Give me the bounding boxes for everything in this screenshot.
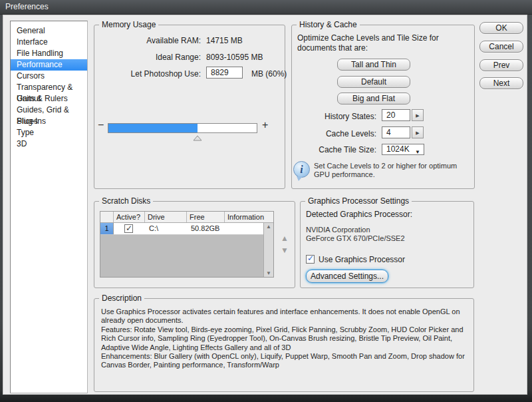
preferences-window: Preferences General Interface File Handl… bbox=[0, 0, 532, 402]
cache-intro-line2: documents that are: bbox=[297, 43, 368, 53]
use-gpu-checkbox[interactable]: ✓ bbox=[306, 255, 315, 264]
gpu-settings-group: Graphics Processor Settings Detected Gra… bbox=[300, 201, 474, 288]
cache-levels-spinner[interactable]: ▶ bbox=[412, 126, 424, 138]
description-paragraph: Use Graphics Processor activates certain… bbox=[101, 307, 469, 325]
default-button[interactable]: Default bbox=[337, 76, 410, 88]
slider-minus[interactable]: − bbox=[98, 119, 104, 131]
ok-button[interactable]: OK bbox=[479, 22, 523, 34]
checkmark-icon: ✓ bbox=[126, 223, 132, 234]
let-photoshop-use-suffix: MB (60%) bbox=[251, 69, 287, 79]
title-bar[interactable]: Preferences bbox=[0, 0, 532, 15]
description-title: Description bbox=[99, 294, 144, 303]
slider-plus[interactable]: + bbox=[262, 119, 268, 131]
history-cache-title: History & Cache bbox=[297, 20, 360, 29]
checkmark-icon: ✓ bbox=[307, 254, 314, 263]
gpu-cache-hint: Set Cache Levels to 2 or higher for opti… bbox=[314, 162, 468, 179]
sidebar-item-performance[interactable]: Performance bbox=[11, 59, 87, 71]
cell-active: ✓ bbox=[114, 223, 145, 234]
use-gpu-label: Use Graphics Processor bbox=[319, 255, 405, 264]
history-states-label: History States: bbox=[292, 112, 376, 121]
sidebar-item-type[interactable]: Type bbox=[11, 127, 87, 138]
let-photoshop-use-label: Let Photoshop Use: bbox=[94, 69, 201, 79]
scratch-disks-title: Scratch Disks bbox=[99, 196, 153, 206]
scratch-disks-table: Active? Drive Free Space Information 1 ✓… bbox=[100, 211, 274, 278]
memory-usage-group: Memory Usage Available RAM: 14715 MB Ide… bbox=[94, 25, 285, 189]
detected-gpu-label: Detected Graphics Processor: bbox=[306, 210, 412, 219]
cell-information bbox=[225, 223, 263, 234]
scratch-disk-checkbox[interactable]: ✓ bbox=[124, 224, 133, 233]
description-paragraph: Enhancements: Blur Gallery (with OpenCL … bbox=[101, 352, 469, 370]
let-photoshop-use-input[interactable] bbox=[206, 67, 243, 79]
sidebar-item-interface[interactable]: Interface bbox=[11, 37, 87, 48]
cell-drive: C:\ bbox=[145, 223, 187, 234]
scratch-disks-header: Active? Drive Free Space Information bbox=[100, 212, 273, 223]
header-row-number bbox=[100, 212, 114, 222]
window-title: Preferences bbox=[5, 2, 49, 11]
description-group: Description Use Graphics Processor activ… bbox=[94, 298, 474, 392]
history-states-input[interactable] bbox=[382, 109, 410, 121]
sidebar-item-cursors[interactable]: Cursors bbox=[11, 71, 87, 82]
cache-intro-line1: Optimize Cache Levels and Tile Size for bbox=[297, 33, 439, 43]
description-paragraph: Features: Rotate View tool, Birds-eye zo… bbox=[101, 325, 469, 352]
cache-tile-size-value: 1024K bbox=[386, 144, 410, 154]
cache-tile-size-label: Cache Tile Size: bbox=[292, 145, 376, 154]
description-text: Use Graphics Processor activates certain… bbox=[101, 307, 469, 370]
scroll-down-icon[interactable]: ▼ bbox=[264, 270, 273, 276]
right-arrow-icon: ▶ bbox=[416, 130, 419, 135]
header-active: Active? bbox=[114, 212, 145, 222]
scroll-up-icon[interactable]: ▲ bbox=[264, 224, 273, 230]
ideal-range-value: 8093-10595 MB bbox=[206, 53, 263, 62]
sidebar-item-file-handling[interactable]: File Handling bbox=[11, 48, 87, 59]
sidebar-item-3d[interactable]: 3D bbox=[11, 138, 87, 150]
cache-levels-label: Cache Levels: bbox=[292, 129, 376, 138]
move-up-icon[interactable]: ▲ bbox=[281, 234, 289, 243]
chevron-down-icon: ▼ bbox=[415, 147, 420, 157]
right-arrow-icon: ▶ bbox=[416, 113, 419, 118]
gpu-vendor: NVIDIA Corporation bbox=[306, 226, 370, 234]
history-cache-group: History & Cache Optimize Cache Levels an… bbox=[291, 25, 475, 189]
info-icon: i bbox=[293, 161, 310, 178]
info-icon-tail bbox=[297, 176, 303, 181]
sidebar-item-transparency-gamut[interactable]: Transparency & Gamut bbox=[11, 82, 87, 93]
table-scrollbar[interactable]: ▲ ▼ bbox=[263, 223, 273, 277]
ideal-range-label: Ideal Range: bbox=[94, 53, 201, 62]
next-button[interactable]: Next bbox=[479, 77, 523, 89]
sidebar-item-units-rulers[interactable]: Units & Rulers bbox=[11, 93, 87, 104]
big-and-flat-button[interactable]: Big and Flat bbox=[337, 93, 410, 104]
cache-tile-size-dropdown[interactable]: 1024K ▼ bbox=[382, 144, 424, 155]
gpu-settings-title: Graphics Processor Settings bbox=[305, 196, 412, 206]
prev-button[interactable]: Prev bbox=[479, 59, 523, 71]
cache-levels-input[interactable] bbox=[382, 126, 410, 138]
move-down-icon[interactable]: ▼ bbox=[281, 246, 289, 255]
sidebar-item-guides-grid-slices[interactable]: Guides, Grid & Slices bbox=[11, 104, 87, 116]
header-free-space: Free Space bbox=[187, 212, 225, 222]
history-states-spinner[interactable]: ▶ bbox=[412, 109, 424, 121]
header-drive: Drive bbox=[145, 212, 187, 222]
header-information: Information bbox=[225, 212, 273, 222]
memory-slider-fill bbox=[108, 124, 198, 132]
slider-thumb-icon bbox=[193, 135, 202, 141]
tall-and-thin-button[interactable]: Tall and Thin bbox=[337, 59, 410, 71]
available-ram-value: 14715 MB bbox=[206, 36, 243, 45]
cell-free-space: 50.82GB bbox=[187, 223, 225, 234]
cancel-button[interactable]: Cancel bbox=[479, 41, 523, 53]
available-ram-label: Available RAM: bbox=[94, 36, 201, 45]
gpu-model: GeForce GTX 670/PCIe/SSE2 bbox=[306, 234, 405, 243]
sidebar-item-plug-ins[interactable]: Plug-Ins bbox=[11, 116, 87, 127]
memory-slider-thumb[interactable] bbox=[193, 134, 202, 143]
memory-slider-track[interactable] bbox=[108, 123, 257, 133]
sidebar-item-general[interactable]: General bbox=[11, 25, 87, 37]
memory-usage-title: Memory Usage bbox=[99, 20, 158, 29]
advanced-settings-button[interactable]: Advanced Settings... bbox=[306, 270, 388, 283]
row-number: 1 bbox=[100, 223, 114, 234]
dialog-content: General Interface File Handling Performa… bbox=[3, 15, 527, 395]
scratch-disk-row[interactable]: 1 ✓ C:\ 50.82GB bbox=[100, 223, 263, 235]
preferences-category-list: General Interface File Handling Performa… bbox=[10, 21, 88, 393]
scratch-disks-group: Scratch Disks Active? Drive Free Space I… bbox=[94, 201, 295, 288]
